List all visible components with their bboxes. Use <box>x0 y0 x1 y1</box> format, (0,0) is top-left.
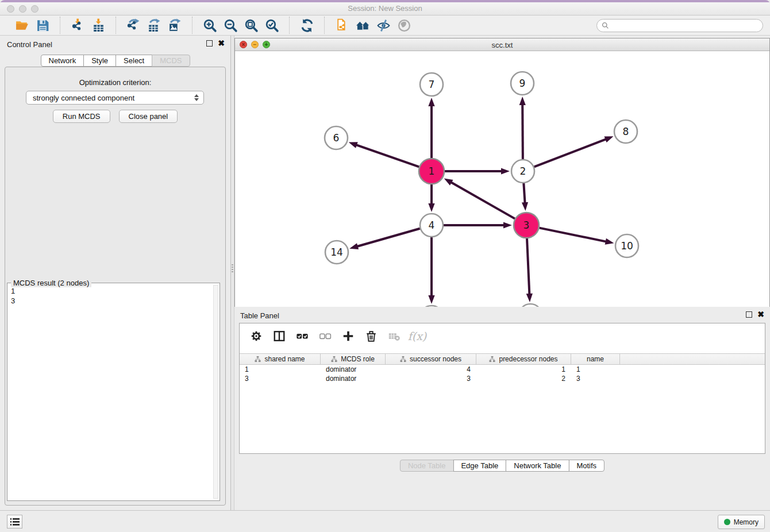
column-header-label: name <box>587 355 604 363</box>
cell-successor-nodes[interactable]: 3 <box>386 374 476 383</box>
tab-style[interactable]: Style <box>83 55 116 67</box>
column-header-successor-nodes[interactable]: successor nodes <box>386 354 476 364</box>
edge-arrowhead-icon <box>349 243 359 249</box>
cell-mcds-role[interactable]: dominator <box>321 374 386 383</box>
node-label-10: 10 <box>621 240 633 252</box>
export-network-button[interactable] <box>123 17 144 34</box>
select-all-button[interactable] <box>292 326 312 346</box>
network-graph: 7968124314101511 <box>235 51 769 340</box>
home-button[interactable] <box>352 17 373 34</box>
column-header-predecessor-nodes[interactable]: predecessor nodes <box>476 354 571 364</box>
table-panel-tabs: Node TableEdge TableNetwork TableMotifs <box>400 460 605 472</box>
window-title: Session: New Session <box>0 4 770 13</box>
import-table-button[interactable] <box>88 17 109 34</box>
tab-node-table[interactable]: Node Table <box>400 460 454 472</box>
table-rows: 1dominator4113dominator323 <box>240 365 765 383</box>
table-row[interactable]: 1dominator411 <box>240 365 765 374</box>
edge-2-to-3[interactable] <box>523 183 525 205</box>
column-header-shared-name[interactable]: shared name <box>240 354 321 364</box>
network-window-titlebar[interactable]: × − + scc.txt <box>235 38 769 51</box>
table-toolbar: f(x) <box>240 323 765 349</box>
attribute-type-icon <box>331 356 337 363</box>
export-table-button[interactable] <box>144 17 164 34</box>
import-network-button[interactable] <box>67 17 88 34</box>
delete-row-button[interactable] <box>361 326 381 346</box>
cell-predecessor-nodes[interactable]: 1 <box>476 365 571 374</box>
cell-mcds-role[interactable]: dominator <box>321 365 386 374</box>
control-panel-close-button[interactable]: ✖ <box>218 40 225 47</box>
node-table: shared nameMCDS rolesuccessor nodesprede… <box>240 353 765 383</box>
cell-name[interactable]: 1 <box>571 365 620 374</box>
run-mcds-button[interactable]: Run MCDS <box>53 110 110 123</box>
close-panel-button[interactable]: Close panel <box>119 110 178 123</box>
tab-edge-table[interactable]: Edge Table <box>453 460 506 472</box>
main-toolbar <box>0 16 770 36</box>
gear-button[interactable] <box>247 326 266 346</box>
clone-network-button[interactable] <box>332 17 352 34</box>
criterion-dropdown[interactable]: strongly connected component <box>26 91 204 105</box>
network-canvas[interactable]: 7968124314101511 <box>235 51 769 340</box>
zoom-selected-button[interactable] <box>261 17 282 34</box>
zoom-in-button[interactable] <box>199 17 220 34</box>
edge-2-to-8[interactable] <box>534 138 609 167</box>
cell-predecessor-nodes[interactable]: 2 <box>476 374 571 383</box>
edge-arrowhead-icon <box>349 142 358 148</box>
edge-3-to-1[interactable] <box>449 181 515 218</box>
deselect-all-button[interactable] <box>315 326 335 346</box>
edge-3-to-11[interactable] <box>527 238 530 296</box>
cell-shared-name[interactable]: 1 <box>240 365 321 374</box>
export-image-button[interactable] <box>164 17 185 34</box>
mcds-result-text[interactable]: 1 3 <box>11 286 211 498</box>
function-button[interactable]: f(x) <box>407 326 427 346</box>
delete-table-button[interactable] <box>384 326 404 346</box>
status-menu-button[interactable] <box>7 515 22 529</box>
zoom-fit-button[interactable] <box>241 17 261 34</box>
table-row[interactable]: 3dominator323 <box>240 374 765 383</box>
export-table-icon <box>147 18 161 33</box>
list-menu-icon <box>10 518 20 526</box>
show-eye-button[interactable] <box>394 17 414 34</box>
columns-button[interactable] <box>270 326 289 346</box>
node-label-9: 9 <box>519 78 526 89</box>
open-button[interactable] <box>11 17 32 34</box>
node-label-6: 6 <box>333 132 340 144</box>
column-header-label: MCDS role <box>341 355 375 363</box>
edge-arrowhead-icon <box>605 238 614 245</box>
cell-shared-name[interactable]: 3 <box>240 374 321 383</box>
panel-divider[interactable] <box>230 36 234 510</box>
select-all-icon <box>296 330 309 342</box>
edge-2-to-9[interactable] <box>522 102 523 159</box>
cell-successor-nodes[interactable]: 4 <box>386 365 476 374</box>
edge-arrowhead-icon <box>526 294 533 302</box>
save-button[interactable] <box>32 17 53 34</box>
zoom-out-button[interactable] <box>220 17 241 34</box>
edge-4-to-14[interactable] <box>355 229 420 247</box>
show-eye-icon <box>397 18 411 33</box>
hide-panel-button[interactable] <box>373 17 394 34</box>
table-panel-float-button[interactable] <box>746 311 752 318</box>
clone-network-icon <box>335 18 349 33</box>
cell-name[interactable]: 3 <box>571 374 620 383</box>
edge-1-to-6[interactable] <box>354 144 419 167</box>
search-input[interactable] <box>612 21 758 29</box>
table-panel: Table Panel ✖ f(x) shared nameMCDS roles… <box>234 307 770 510</box>
zoom-fit-icon <box>244 18 259 33</box>
column-header-name[interactable]: name <box>571 354 620 364</box>
column-header-mcds-role[interactable]: MCDS role <box>321 354 386 364</box>
edge-arrowhead-icon <box>428 98 434 106</box>
hide-panel-icon <box>376 18 391 33</box>
edge-3-to-10[interactable] <box>540 228 609 242</box>
control-panel-float-button[interactable] <box>206 40 213 47</box>
memory-button[interactable]: Memory <box>718 515 765 529</box>
tab-motifs[interactable]: Motifs <box>568 460 605 472</box>
search-box[interactable] <box>596 19 763 32</box>
add-row-button[interactable] <box>338 326 358 346</box>
mcds-result-scrollbar[interactable] <box>213 285 218 499</box>
tab-mcds[interactable]: MCDS <box>152 55 190 67</box>
tab-select[interactable]: Select <box>116 55 152 67</box>
zoom-selected-icon <box>265 18 279 33</box>
tab-network-table[interactable]: Network Table <box>506 460 569 472</box>
tab-network[interactable]: Network <box>40 55 84 67</box>
table-panel-close-button[interactable]: ✖ <box>757 311 764 318</box>
refresh-button[interactable] <box>297 17 317 34</box>
